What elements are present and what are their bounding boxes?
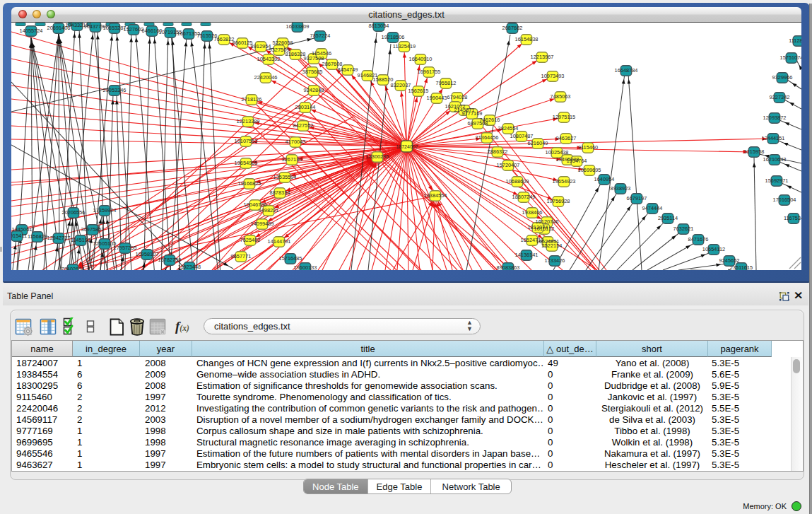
svg-text:3824554: 3824554 bbox=[498, 125, 519, 132]
svg-text:1154546: 1154546 bbox=[312, 50, 331, 57]
svg-text:1167534: 1167534 bbox=[784, 215, 801, 221]
svg-text:8186328: 8186328 bbox=[286, 51, 306, 57]
svg-text:7485063: 7485063 bbox=[551, 93, 571, 100]
svg-text:8660125: 8660125 bbox=[233, 40, 253, 46]
svg-text:20206556: 20206556 bbox=[62, 209, 86, 216]
svg-text:10807487: 10807487 bbox=[510, 133, 534, 139]
svg-text:16640910: 16640910 bbox=[409, 56, 433, 62]
svg-text:8471676: 8471676 bbox=[688, 236, 709, 243]
svg-text:5226058: 5226058 bbox=[273, 40, 293, 46]
svg-text:8813054: 8813054 bbox=[369, 23, 389, 29]
svg-text:23511615: 23511615 bbox=[730, 264, 753, 270]
svg-text:18300295: 18300295 bbox=[366, 153, 389, 160]
svg-text:19166825: 19166825 bbox=[238, 180, 261, 187]
svg-text:29053346: 29053346 bbox=[103, 87, 126, 93]
svg-text:15716485: 15716485 bbox=[279, 255, 302, 262]
svg-text:18724007: 18724007 bbox=[396, 144, 418, 149]
svg-text:1954764: 1954764 bbox=[567, 158, 587, 164]
svg-text:10973493: 10973493 bbox=[541, 73, 565, 79]
svg-text:12213967: 12213967 bbox=[531, 54, 554, 60]
svg-text:2687682: 2687682 bbox=[502, 25, 523, 31]
svg-text:8427552: 8427552 bbox=[293, 122, 314, 129]
svg-text:16648784: 16648784 bbox=[615, 67, 638, 74]
svg-text:8938923: 8938923 bbox=[611, 185, 631, 192]
svg-text:7632621: 7632621 bbox=[673, 226, 694, 232]
svg-text:10543392: 10543392 bbox=[257, 56, 281, 62]
svg-text:10699695: 10699695 bbox=[578, 167, 601, 173]
svg-text:9777169: 9777169 bbox=[462, 110, 483, 117]
svg-text:19654923: 19654923 bbox=[553, 178, 576, 185]
svg-text:1812074: 1812074 bbox=[528, 224, 548, 230]
svg-text:9463627: 9463627 bbox=[556, 135, 577, 141]
svg-text:7663822: 7663822 bbox=[214, 36, 235, 42]
svg-text:12975115: 12975115 bbox=[553, 114, 575, 120]
svg-text:11325419: 11325419 bbox=[393, 43, 416, 49]
svg-text:30975857: 30975857 bbox=[81, 226, 105, 233]
svg-text:12213389: 12213389 bbox=[237, 118, 260, 124]
svg-text:6794028: 6794028 bbox=[447, 94, 468, 100]
svg-text:1990443: 1990443 bbox=[427, 95, 447, 101]
svg-text:15751074: 15751074 bbox=[780, 54, 801, 61]
svg-text:14136141: 14136141 bbox=[515, 252, 539, 258]
svg-text:12942737: 12942737 bbox=[47, 235, 71, 241]
svg-text:11923448: 11923448 bbox=[178, 264, 201, 270]
svg-text:9227342: 9227342 bbox=[770, 94, 790, 100]
svg-text:2718126: 2718126 bbox=[242, 96, 262, 103]
svg-text:9115460: 9115460 bbox=[578, 144, 598, 151]
svg-text:2803144: 2803144 bbox=[295, 104, 316, 110]
svg-text:15692971: 15692971 bbox=[765, 177, 789, 184]
svg-text:10958107: 10958107 bbox=[136, 251, 159, 257]
svg-text:7886372: 7886372 bbox=[488, 148, 508, 155]
svg-text:1527602: 1527602 bbox=[124, 26, 144, 33]
svg-text:1562615: 1562615 bbox=[408, 88, 429, 94]
svg-text:3875685: 3875685 bbox=[302, 69, 323, 75]
svg-text:4170043: 4170043 bbox=[286, 139, 306, 145]
svg-text:19600133: 19600133 bbox=[294, 264, 317, 270]
svg-text:3915411: 3915411 bbox=[11, 233, 27, 239]
svg-text:1733426: 1733426 bbox=[545, 257, 565, 264]
svg-text:8878334: 8878334 bbox=[270, 189, 290, 196]
svg-text:1845061: 1845061 bbox=[12, 226, 33, 233]
svg-text:12444151: 12444151 bbox=[762, 135, 785, 141]
svg-text:16782759: 16782759 bbox=[158, 257, 182, 263]
svg-text:79402654: 79402654 bbox=[61, 266, 85, 270]
svg-text:7857224: 7857224 bbox=[310, 33, 331, 39]
svg-text:14144791: 14144791 bbox=[268, 238, 291, 245]
svg-text:1640954: 1640954 bbox=[594, 176, 615, 182]
svg-text:9474444: 9474444 bbox=[642, 205, 663, 211]
svg-text:17016504: 17016504 bbox=[773, 197, 796, 203]
svg-text:16033809: 16033809 bbox=[286, 23, 310, 30]
svg-text:18807249: 18807249 bbox=[512, 194, 536, 200]
svg-text:9498221: 9498221 bbox=[259, 207, 279, 214]
svg-text:9329966: 9329966 bbox=[772, 74, 793, 81]
svg-text:16154838: 16154838 bbox=[515, 36, 539, 42]
svg-text:19756928: 19756928 bbox=[547, 198, 570, 204]
svg-text:15720407: 15720407 bbox=[497, 162, 520, 168]
svg-text:89083863: 89083863 bbox=[497, 264, 520, 270]
svg-text:16961755: 16961755 bbox=[418, 69, 441, 75]
svg-text:10654112: 10654112 bbox=[702, 246, 725, 252]
svg-text:2522154: 2522154 bbox=[542, 243, 563, 249]
svg-text:21364456: 21364456 bbox=[476, 134, 499, 141]
svg-text:2935114: 2935114 bbox=[658, 215, 678, 221]
svg-text:10107553: 10107553 bbox=[235, 138, 258, 144]
svg-text:8454749: 8454749 bbox=[338, 66, 358, 73]
svg-text:10653287: 10653287 bbox=[103, 25, 126, 31]
svg-text:16524712: 16524712 bbox=[521, 237, 544, 243]
svg-text:1156829: 1156829 bbox=[28, 233, 47, 240]
svg-text:17359924: 17359924 bbox=[93, 207, 117, 214]
svg-text:19654985: 19654985 bbox=[235, 160, 258, 166]
svg-text:14055724: 14055724 bbox=[20, 28, 43, 34]
svg-text:17957255: 17957255 bbox=[114, 245, 137, 251]
svg-text:13535594: 13535594 bbox=[273, 174, 297, 180]
svg-text:1112834: 1112834 bbox=[789, 37, 801, 44]
svg-text:9242848: 9242848 bbox=[304, 87, 324, 93]
svg-text:19218506: 19218506 bbox=[382, 34, 405, 40]
svg-text:3215958: 3215958 bbox=[744, 148, 765, 155]
svg-text:6216049: 6216049 bbox=[528, 140, 548, 146]
svg-text:1938406: 1938406 bbox=[522, 209, 543, 216]
svg-text:8912954: 8912954 bbox=[251, 43, 271, 49]
svg-text:12505135: 12505135 bbox=[93, 240, 117, 247]
svg-text:16210643: 16210643 bbox=[763, 156, 787, 163]
svg-text:3267130: 3267130 bbox=[282, 156, 302, 163]
